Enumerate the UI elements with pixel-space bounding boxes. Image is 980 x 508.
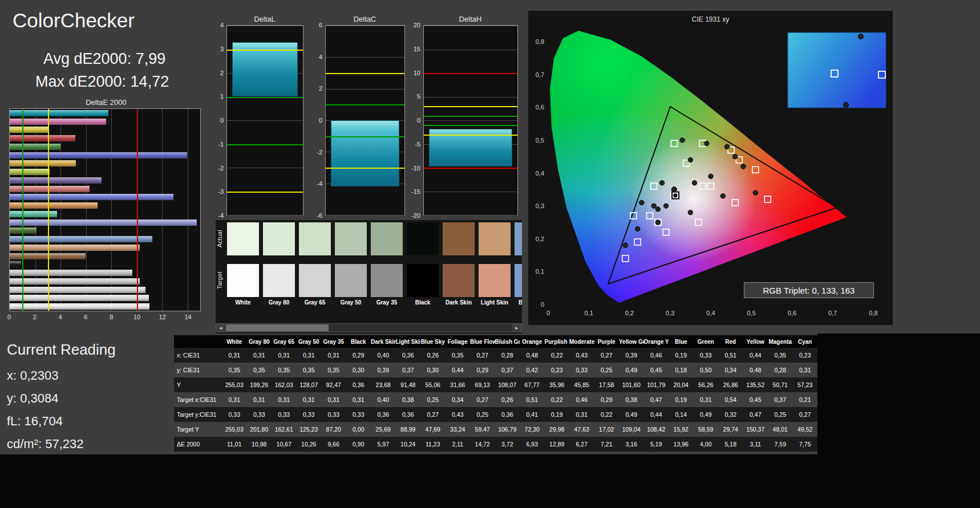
table-cell: 0,27 bbox=[470, 392, 495, 407]
column-header: Black bbox=[346, 335, 371, 348]
table-cell: 0,36 bbox=[346, 377, 371, 392]
gridline bbox=[326, 57, 404, 58]
table-cell: 0,31 bbox=[222, 348, 247, 363]
page-title: ColorChecker bbox=[13, 9, 135, 32]
table-cell: 5,18 bbox=[718, 437, 743, 452]
chart-title: DeltaL bbox=[225, 15, 304, 23]
table-cell: 0,30 bbox=[420, 363, 446, 377]
table-row: Target Y255,03201,80162,61125,2387,200,0… bbox=[174, 422, 817, 437]
table-cell: 29,74 bbox=[718, 422, 743, 437]
column-header: Purplish Blue bbox=[545, 335, 570, 348]
table-cell: 6,93 bbox=[520, 437, 545, 452]
table-cell: 0,31 bbox=[297, 392, 322, 407]
swatch-label: Light Skin bbox=[479, 299, 511, 306]
ref-line bbox=[326, 73, 404, 74]
table-cell: 55,06 bbox=[420, 377, 446, 392]
table-cell: 0,19 bbox=[669, 392, 694, 407]
cie-inset-zoom bbox=[788, 32, 886, 108]
measured-point bbox=[720, 194, 725, 198]
deltae-x-tick: 0 bbox=[7, 314, 11, 320]
table-cell: 88,99 bbox=[396, 422, 421, 437]
chart-title: DeltaH bbox=[422, 15, 519, 23]
column-header: Light Skin bbox=[396, 335, 421, 348]
table-cell: 0,34 bbox=[446, 392, 471, 407]
target-swatch-gray-80 bbox=[263, 264, 295, 297]
gridline bbox=[227, 120, 303, 121]
table-cell: 0,35 bbox=[297, 363, 322, 377]
table-cell: 17,58 bbox=[594, 377, 619, 392]
deltal-y-axis: 43210-1-2-3-4 bbox=[214, 25, 225, 216]
deltal-chart: DeltaL 43210-1-2-3-4 bbox=[214, 14, 304, 218]
y-tick: 0 bbox=[319, 117, 322, 124]
y-tick: -1 bbox=[218, 141, 224, 148]
y-tick: 4 bbox=[319, 54, 322, 60]
table-cell: 0,44 bbox=[743, 348, 768, 363]
actual-swatch-gray-50 bbox=[335, 222, 367, 255]
table-cell: 128,07 bbox=[297, 377, 322, 392]
ref-line bbox=[424, 73, 517, 74]
scroll-left-icon: ◄ bbox=[218, 326, 223, 331]
table-cell: 0,26 bbox=[420, 348, 446, 363]
row-label: Target y:CIE31 bbox=[174, 407, 222, 422]
gridline bbox=[326, 89, 404, 90]
table-cell: 0,28 bbox=[495, 348, 520, 363]
ref-line bbox=[227, 97, 303, 98]
deltah-plot-area bbox=[423, 25, 518, 216]
deltae-plot-area bbox=[9, 108, 201, 311]
scrollbar-thumb[interactable] bbox=[226, 324, 329, 331]
table-cell: 0,44 bbox=[446, 363, 471, 377]
table-cell: 20,04 bbox=[669, 377, 694, 392]
column-header: Blue Flower bbox=[470, 335, 495, 348]
reading-y-value: y: 0,3084 bbox=[7, 391, 59, 406]
table-cell: 59,47 bbox=[470, 422, 495, 437]
table-cell: 0,47 bbox=[644, 392, 669, 407]
y-tick: 2 bbox=[319, 85, 322, 92]
column-header: Blue bbox=[669, 335, 694, 348]
y-tick: -10 bbox=[411, 165, 420, 172]
measured-point bbox=[680, 138, 685, 143]
actual-swatch-white bbox=[227, 222, 259, 255]
measured-point bbox=[672, 187, 677, 192]
measured-point bbox=[753, 190, 758, 195]
table-cell: 0,27 bbox=[420, 407, 446, 422]
swatch-scrollbar[interactable]: ◄ ► bbox=[216, 323, 522, 332]
inset-measured-dot bbox=[858, 34, 864, 39]
y-tick: -5 bbox=[415, 141, 420, 148]
ref-line bbox=[424, 116, 517, 117]
colorchecker-app: ColorChecker Avg dE2000: 7,99 Max dE2000… bbox=[0, 0, 980, 508]
column-header: Magenta bbox=[768, 335, 793, 348]
table-cell: 108,07 bbox=[495, 377, 520, 392]
table-cell: 87,20 bbox=[321, 422, 346, 437]
table-cell: 0,29 bbox=[346, 348, 371, 363]
table-cell: 0,31 bbox=[569, 407, 594, 422]
deltah-y-axis: 20151050-5-10-15-20 bbox=[411, 25, 422, 216]
table-cell: 47,63 bbox=[569, 422, 594, 437]
table-cell: 0,37 bbox=[495, 363, 520, 377]
y-tick: 0 bbox=[220, 117, 224, 124]
table-cell: 0,00 bbox=[346, 422, 371, 437]
table-cell: 14,72 bbox=[470, 437, 495, 452]
table-cell: 15,92 bbox=[669, 422, 694, 437]
table-cell: 0,40 bbox=[371, 392, 396, 407]
inset-measured-dot bbox=[844, 103, 849, 108]
target-row-label: Target bbox=[216, 264, 226, 297]
actual-row-label: Actual bbox=[216, 222, 226, 255]
table-cell: 201,80 bbox=[247, 422, 272, 437]
measured-point bbox=[663, 204, 668, 208]
table-cell: 67,77 bbox=[520, 377, 545, 392]
table-cell: 91,48 bbox=[396, 377, 421, 392]
table-cell: 0,45 bbox=[743, 392, 768, 407]
table-cell: 0,48 bbox=[743, 363, 768, 377]
table-cell: 0,31 bbox=[346, 392, 371, 407]
ref-line bbox=[326, 168, 404, 169]
table-cell: 0,43 bbox=[569, 348, 594, 363]
measured-point bbox=[659, 181, 664, 185]
scroll-left-button[interactable]: ◄ bbox=[216, 324, 225, 332]
scroll-right-button[interactable]: ► bbox=[512, 324, 521, 332]
column-header: Gray 80 bbox=[247, 335, 272, 348]
actual-swatch-row bbox=[227, 222, 522, 255]
table-cell: 11,23 bbox=[420, 437, 446, 452]
table-cell: 5,97 bbox=[371, 437, 396, 452]
table-row: y: CIE310,350,350,350,350,350,300,390,37… bbox=[174, 363, 817, 377]
table-cell: 0,33 bbox=[297, 407, 322, 422]
